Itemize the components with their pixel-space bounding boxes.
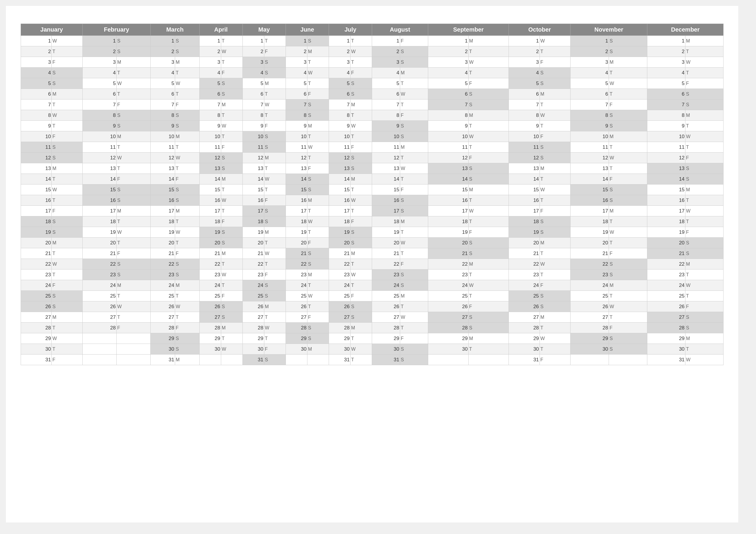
day-num-apr-21: 21 — [199, 248, 221, 259]
day-num-oct-9: 9 — [509, 121, 540, 131]
day-code-feb-12: W — [116, 153, 150, 163]
day-num-dec-8: 8 — [647, 110, 686, 121]
day-num-oct-20: 20 — [509, 238, 540, 248]
day-code-apr-5: S — [221, 78, 242, 89]
day-num-apr-1: 1 — [199, 36, 221, 46]
calendar-row: 14T14F14F14M14W14S14M14T14S14T14F14S — [21, 174, 723, 184]
day-num-feb-21: 21 — [82, 248, 116, 259]
day-code-mar-1: S — [175, 36, 199, 46]
day-code-mar-31: M — [175, 355, 199, 365]
calendar-row: 2T2S2S2W2F2M2W2S2T2T2S2T — [21, 46, 723, 57]
day-code-mar-3: M — [175, 57, 199, 67]
day-code-jun-25: W — [307, 291, 329, 301]
day-code-may-15: T — [264, 184, 285, 195]
day-num-oct-17: 17 — [509, 206, 540, 216]
day-num-dec-17: 17 — [647, 206, 686, 216]
day-code-jun-8: S — [307, 110, 329, 121]
day-code-nov-11: T — [609, 142, 647, 153]
day-code-oct-8: W — [540, 110, 570, 121]
day-num-mar-13: 13 — [150, 163, 175, 174]
day-code-mar-11: T — [175, 142, 199, 153]
day-code-jul-11: F — [351, 142, 372, 153]
day-num-jan-6: 6 — [21, 89, 52, 99]
day-num-feb-5: 5 — [82, 78, 116, 89]
day-code-dec-22: M — [686, 259, 723, 270]
day-num-jul-24: 24 — [329, 280, 350, 291]
day-num-apr-6: 6 — [199, 89, 221, 99]
day-code-jun-24: T — [307, 280, 329, 291]
day-num-feb-29 — [82, 333, 116, 344]
day-code-jun-15: S — [307, 184, 329, 195]
day-num-jan-9: 9 — [21, 121, 52, 131]
day-code-jul-16: W — [351, 195, 372, 206]
day-num-jun-28: 28 — [285, 323, 307, 333]
day-num-sep-16: 16 — [428, 195, 468, 206]
day-num-sep-1: 1 — [428, 36, 468, 46]
day-code-mar-5: W — [175, 78, 199, 89]
day-code-jan-24: F — [52, 280, 82, 291]
day-num-sep-19: 19 — [428, 227, 468, 238]
day-num-jun-4: 4 — [285, 67, 307, 78]
day-num-apr-17: 17 — [199, 206, 221, 216]
day-code-apr-16: W — [221, 195, 242, 206]
day-code-sep-14: S — [468, 174, 509, 184]
day-code-sep-30: T — [468, 344, 509, 355]
day-num-mar-9: 9 — [150, 121, 175, 131]
day-code-nov-4: T — [609, 67, 647, 78]
calendar-row: 16T16S16S16W16F16M16W16S16T16T16S16T — [21, 195, 723, 206]
day-code-dec-6: S — [686, 89, 723, 99]
day-code-jan-11: S — [52, 142, 82, 153]
day-code-oct-10: F — [540, 131, 570, 142]
day-code-mar-6: T — [175, 89, 199, 99]
day-num-jun-16: 16 — [285, 195, 307, 206]
day-code-jan-19: S — [52, 227, 82, 238]
day-num-dec-27: 27 — [647, 312, 686, 323]
day-code-jan-23: T — [52, 270, 82, 280]
day-code-jan-13: M — [52, 163, 82, 174]
day-num-jun-15: 15 — [285, 184, 307, 195]
day-num-jul-7: 7 — [329, 99, 350, 110]
day-num-aug-21: 21 — [372, 248, 400, 259]
day-code-aug-21: T — [400, 248, 428, 259]
day-code-nov-3: M — [609, 57, 647, 67]
day-num-oct-29: 29 — [509, 333, 540, 344]
day-num-jul-4: 4 — [329, 67, 350, 78]
day-num-jan-8: 8 — [21, 110, 52, 121]
day-num-mar-3: 3 — [150, 57, 175, 67]
day-num-oct-3: 3 — [509, 57, 540, 67]
day-code-jun-13: F — [307, 163, 329, 174]
day-code-apr-12: S — [221, 153, 242, 163]
day-num-jul-5: 5 — [329, 78, 350, 89]
day-code-may-20: T — [264, 238, 285, 248]
day-num-feb-2: 2 — [82, 46, 116, 57]
day-num-jun-8: 8 — [285, 110, 307, 121]
day-num-jul-31: 31 — [329, 355, 350, 365]
day-code-aug-8: F — [400, 110, 428, 121]
day-num-jul-30: 30 — [329, 344, 350, 355]
day-num-oct-22: 22 — [509, 259, 540, 270]
day-code-apr-14: M — [221, 174, 242, 184]
day-code-may-17: S — [264, 206, 285, 216]
day-code-may-19: M — [264, 227, 285, 238]
day-num-sep-5: 5 — [428, 78, 468, 89]
day-code-may-4: S — [264, 67, 285, 78]
day-code-sep-10: W — [468, 131, 509, 142]
day-code-sep-23: T — [468, 270, 509, 280]
day-num-aug-25: 25 — [372, 291, 400, 301]
day-num-sep-15: 15 — [428, 184, 468, 195]
day-num-apr-4: 4 — [199, 67, 221, 78]
day-num-nov-10: 10 — [571, 131, 609, 142]
day-num-sep-4: 4 — [428, 67, 468, 78]
day-num-may-24: 24 — [242, 280, 264, 291]
day-code-oct-31: F — [540, 355, 570, 365]
day-code-oct-25: S — [540, 291, 570, 301]
day-code-apr-21: M — [221, 248, 242, 259]
day-num-jun-24: 24 — [285, 280, 307, 291]
day-code-jul-27: S — [351, 312, 372, 323]
day-code-dec-5: F — [686, 78, 723, 89]
day-num-dec-12: 12 — [647, 153, 686, 163]
calendar-row: 10F10M10M10T10S10T10T10S10W10F10M10W — [21, 131, 723, 142]
month-header-apr: April — [199, 24, 242, 36]
day-code-apr-9: W — [221, 121, 242, 131]
day-code-sep-1: M — [468, 36, 509, 46]
